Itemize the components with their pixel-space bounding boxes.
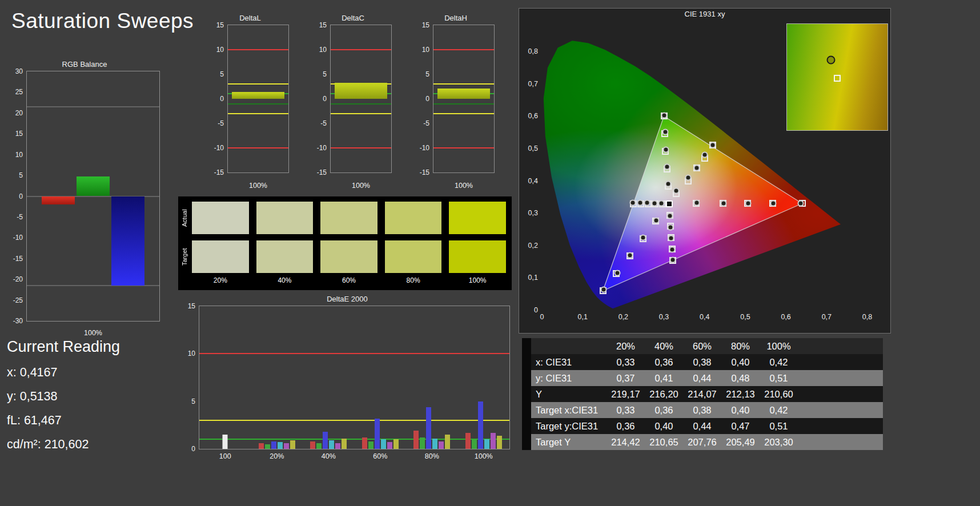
cie-1931-panel: CIE 1931 xy bbox=[519, 8, 891, 334]
cie-inset-zoom bbox=[786, 23, 888, 131]
delta-e-2000-title: DeltaE 2000 bbox=[182, 295, 513, 303]
deltae-bar bbox=[426, 407, 431, 449]
swatch bbox=[256, 202, 314, 234]
measured-point bbox=[661, 112, 668, 118]
table-strip bbox=[522, 354, 531, 370]
saturation-sweeps-page: Saturation Sweeps RGB Balance 3025201510… bbox=[0, 0, 980, 506]
measured-point bbox=[701, 152, 708, 158]
reference-line bbox=[433, 83, 494, 85]
measured-point bbox=[670, 256, 676, 263]
y-tick-label: 5 bbox=[191, 397, 195, 405]
measured-point bbox=[710, 142, 716, 148]
measured-point bbox=[653, 218, 660, 224]
deltae-bar bbox=[478, 401, 483, 449]
y-tick-label: -15 bbox=[317, 168, 327, 176]
table-cell: 0,47 bbox=[721, 418, 760, 434]
table-row-label: Y bbox=[531, 386, 607, 402]
table-header: 20% bbox=[607, 338, 645, 354]
table-corner bbox=[522, 338, 531, 354]
y-tick-label: 0 bbox=[425, 95, 429, 103]
swatch bbox=[320, 202, 377, 234]
deltae-bar bbox=[465, 433, 471, 449]
table-cell: 0,42 bbox=[760, 354, 798, 370]
measured-point bbox=[614, 270, 620, 276]
y-tick-label: 10 bbox=[15, 151, 23, 159]
reference-line bbox=[331, 113, 391, 114]
swatch-column-label: 40% bbox=[256, 276, 314, 284]
table-filler bbox=[798, 370, 883, 386]
y-tick-label: -5 bbox=[218, 119, 224, 127]
deltae-group-label: 100 bbox=[219, 452, 231, 460]
y-tick-label: -10 bbox=[317, 144, 327, 152]
deltae-group bbox=[465, 306, 502, 449]
reference-line bbox=[331, 103, 391, 105]
delta-e-2000-plot: 15105010020%40%60%80%100% bbox=[199, 306, 510, 449]
table-filler bbox=[798, 386, 883, 402]
page-title: Saturation Sweeps bbox=[11, 9, 194, 33]
rgb-balance-plot: 302520151050-5-10-15-20-25-30 bbox=[26, 71, 160, 322]
table-cell: 0,38 bbox=[683, 402, 721, 418]
reference-line bbox=[331, 49, 391, 50]
current-reading-heading: Current Reading bbox=[7, 338, 120, 356]
deltae-bar bbox=[284, 443, 289, 449]
delta-bar bbox=[335, 83, 387, 99]
y-tick-label: -15 bbox=[214, 168, 224, 176]
measured-point bbox=[668, 235, 674, 242]
measured-point bbox=[658, 200, 665, 206]
measured-point bbox=[770, 200, 777, 207]
table-strip bbox=[522, 402, 531, 418]
table-cell: 0,40 bbox=[721, 354, 760, 370]
measured-point bbox=[644, 200, 650, 206]
inset-target-point bbox=[834, 75, 841, 82]
y-tick-label: -5 bbox=[320, 119, 327, 127]
reference-line bbox=[433, 103, 494, 105]
y-tick-label: -10 bbox=[214, 144, 224, 152]
measured-point bbox=[637, 200, 643, 206]
table-cell: 205,49 bbox=[721, 434, 760, 450]
table-filler bbox=[798, 402, 883, 418]
deltae-group bbox=[259, 306, 295, 449]
deltae-group bbox=[413, 306, 450, 449]
measured-point bbox=[667, 224, 673, 230]
current-reading: Current Reading x: 0,4167y: 0,5138fL: 61… bbox=[7, 338, 120, 452]
current-reading-value: cd/m²: 210,602 bbox=[7, 437, 120, 452]
table-cell: 0,33 bbox=[607, 402, 645, 418]
table-cell: 212,13 bbox=[721, 386, 760, 402]
y-tick-label: 15 bbox=[216, 21, 224, 29]
table-cell: 219,17 bbox=[607, 386, 645, 402]
reference-line bbox=[228, 113, 288, 114]
deltae-bar bbox=[310, 441, 315, 449]
cie-title: CIE 1931 xy bbox=[519, 10, 890, 18]
delta-c-xlabel: 100% bbox=[330, 182, 392, 190]
deltae-bar bbox=[368, 441, 373, 449]
swatch bbox=[192, 202, 249, 234]
y-tick-label: 30 bbox=[15, 67, 23, 75]
delta-h-xlabel: 100% bbox=[433, 182, 495, 190]
measured-point bbox=[663, 146, 669, 152]
rgb-balance-xlabel: 100% bbox=[26, 329, 160, 337]
deltae-bar bbox=[472, 439, 477, 449]
table-header: 100% bbox=[760, 338, 798, 354]
y-tick-label: 5 bbox=[19, 171, 23, 179]
reference-line bbox=[433, 113, 494, 114]
cie-y-tick: 0,5 bbox=[528, 144, 538, 152]
swatch-row-label-actual: Actual bbox=[180, 202, 188, 234]
table-cell: 0,44 bbox=[683, 418, 721, 434]
deltae-bar bbox=[420, 437, 425, 449]
y-tick-label: 10 bbox=[188, 350, 195, 358]
table-strip bbox=[522, 434, 531, 450]
table-cell: 0,40 bbox=[721, 402, 760, 418]
y-tick-label: 15 bbox=[422, 21, 429, 29]
y-tick-label: 15 bbox=[15, 130, 23, 138]
cie-y-tick: 0,4 bbox=[528, 177, 538, 185]
swatch-column-label: 100% bbox=[449, 276, 506, 284]
deltae-bar bbox=[323, 432, 328, 449]
table-cell: 0,51 bbox=[760, 370, 798, 386]
y-tick-label: 25 bbox=[15, 88, 23, 96]
measured-point bbox=[666, 212, 673, 219]
delta-l-plot: 151050-5-10-15 bbox=[227, 25, 289, 173]
table-cell: 0,40 bbox=[645, 418, 683, 434]
deltae-group-label: 20% bbox=[270, 452, 284, 460]
table-header-label bbox=[531, 338, 607, 354]
table-header: 80% bbox=[721, 338, 760, 354]
